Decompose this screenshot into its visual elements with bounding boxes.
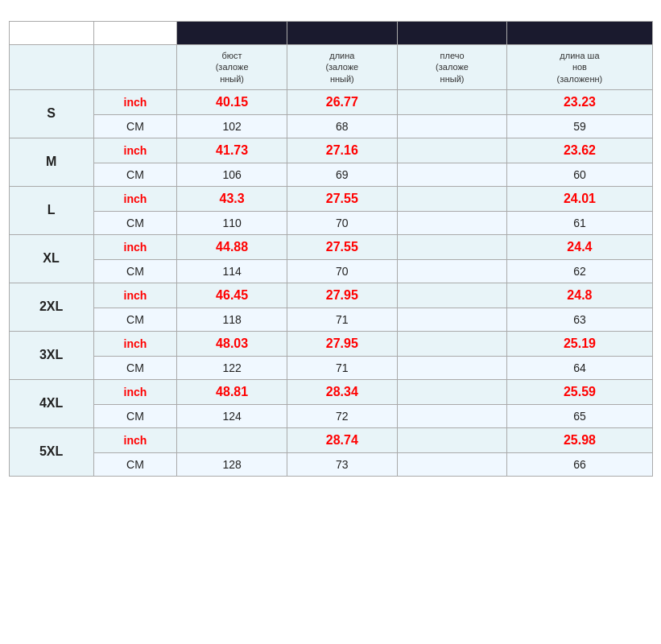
size-label-3xl: 3XL: [9, 331, 93, 379]
cm-shoulder-2xl: [397, 308, 507, 331]
cm-sleeve-l: 61: [507, 211, 652, 234]
inch-row-5xl: 5XLinch28.7425.98: [9, 427, 652, 452]
cm-metric-5xl: CM: [93, 452, 177, 476]
size-label-l: L: [9, 186, 93, 234]
russian-length: длина(заложенный): [287, 45, 397, 90]
inch-metric-3xl: inch: [93, 331, 177, 356]
inch-sleeve-xl: 24.4: [507, 234, 652, 259]
cm-sleeve-m: 60: [507, 163, 652, 186]
cm-length-4xl: 72: [287, 404, 397, 427]
cm-sleeve-s: 59: [507, 114, 652, 138]
cm-row-m: CM1066960: [9, 163, 652, 186]
inch-bust-5xl: [177, 427, 287, 452]
cm-sleeve-5xl: 66: [507, 452, 652, 476]
cm-length-l: 70: [287, 211, 397, 234]
cm-row-l: CM1107061: [9, 211, 652, 234]
inch-bust-l: 43.3: [177, 186, 287, 211]
cm-row-3xl: CM1227164: [9, 356, 652, 379]
cm-metric-l: CM: [93, 211, 177, 234]
inch-row-xl: XLinch44.8827.5524.4: [9, 234, 652, 259]
col-header-sleeve: [507, 22, 652, 45]
size-label-s: S: [9, 89, 93, 138]
size-label-5xl: 5XL: [9, 427, 93, 476]
inch-shoulder-l: [397, 186, 507, 211]
cm-row-5xl: CM1287366: [9, 452, 652, 476]
cm-length-xl: 70: [287, 259, 397, 283]
cm-row-xl: CM1147062: [9, 259, 652, 283]
cm-shoulder-m: [397, 163, 507, 186]
cm-bust-3xl: 122: [177, 356, 287, 379]
inch-metric-4xl: inch: [93, 379, 177, 404]
inch-row-4xl: 4XLinch48.8128.3425.59: [9, 379, 652, 404]
inch-sleeve-l: 24.01: [507, 186, 652, 211]
col-header-length: [287, 22, 397, 45]
inch-row-2xl: 2XLinch46.4527.9524.8: [9, 283, 652, 308]
cm-bust-l: 110: [177, 211, 287, 234]
inch-metric-2xl: inch: [93, 283, 177, 308]
inch-shoulder-2xl: [397, 283, 507, 308]
size-label-4xl: 4XL: [9, 379, 93, 427]
inch-bust-xl: 44.88: [177, 234, 287, 259]
cm-metric-m: CM: [93, 163, 177, 186]
russian-size-cell: [9, 45, 93, 90]
cm-sleeve-3xl: 64: [507, 356, 652, 379]
cm-bust-5xl: 128: [177, 452, 287, 476]
size-label-xl: XL: [9, 234, 93, 283]
inch-shoulder-3xl: [397, 331, 507, 356]
title-section: [9, 8, 653, 21]
inch-metric-l: inch: [93, 186, 177, 211]
cm-bust-2xl: 118: [177, 308, 287, 331]
inch-length-s: 26.77: [287, 89, 397, 114]
col-header-size: [9, 22, 93, 45]
inch-bust-3xl: 48.03: [177, 331, 287, 356]
cm-shoulder-4xl: [397, 404, 507, 427]
inch-bust-s: 40.15: [177, 89, 287, 114]
inch-row-s: Sinch40.1526.7723.23: [9, 89, 652, 114]
cm-length-s: 68: [287, 114, 397, 138]
cm-bust-m: 106: [177, 163, 287, 186]
cm-metric-2xl: CM: [93, 308, 177, 331]
cm-length-3xl: 71: [287, 356, 397, 379]
cm-length-5xl: 73: [287, 452, 397, 476]
inch-row-3xl: 3XLinch48.0327.9525.19: [9, 331, 652, 356]
inch-sleeve-s: 23.23: [507, 89, 652, 114]
inch-length-xl: 27.55: [287, 234, 397, 259]
inch-shoulder-s: [397, 89, 507, 114]
inch-shoulder-5xl: [397, 427, 507, 452]
russian-sleeve: длина шанов(заложенн): [507, 45, 652, 90]
size-chart-container: бюст(заложенный) длина(заложенный) плечо…: [9, 8, 653, 477]
inch-length-l: 27.55: [287, 186, 397, 211]
inch-bust-4xl: 48.81: [177, 379, 287, 404]
col-header-metric: [93, 22, 177, 45]
cm-row-2xl: CM1187163: [9, 308, 652, 331]
col-header-bust: [177, 22, 287, 45]
russian-header-row: бюст(заложенный) длина(заложенный) плечо…: [9, 45, 652, 90]
cm-metric-s: CM: [93, 114, 177, 138]
inch-shoulder-m: [397, 138, 507, 163]
cm-row-s: CM1026859: [9, 114, 652, 138]
inch-row-m: Minch41.7327.1623.62: [9, 138, 652, 163]
cm-length-m: 69: [287, 163, 397, 186]
size-label-m: M: [9, 138, 93, 186]
cm-metric-4xl: CM: [93, 404, 177, 427]
inch-length-4xl: 28.34: [287, 379, 397, 404]
inch-metric-s: inch: [93, 89, 177, 114]
cm-row-4xl: CM1247265: [9, 404, 652, 427]
inch-length-m: 27.16: [287, 138, 397, 163]
size-label-2xl: 2XL: [9, 283, 93, 331]
cm-sleeve-4xl: 65: [507, 404, 652, 427]
cm-shoulder-l: [397, 211, 507, 234]
russian-bust: бюст(заложенный): [177, 45, 287, 90]
inch-sleeve-2xl: 24.8: [507, 283, 652, 308]
inch-sleeve-3xl: 25.19: [507, 331, 652, 356]
inch-metric-m: inch: [93, 138, 177, 163]
russian-metric-cell: [93, 45, 177, 90]
inch-shoulder-4xl: [397, 379, 507, 404]
cm-shoulder-3xl: [397, 356, 507, 379]
inch-metric-xl: inch: [93, 234, 177, 259]
inch-length-5xl: 28.74: [287, 427, 397, 452]
cm-metric-3xl: CM: [93, 356, 177, 379]
cm-shoulder-5xl: [397, 452, 507, 476]
inch-row-l: Linch43.327.5524.01: [9, 186, 652, 211]
cm-bust-xl: 114: [177, 259, 287, 283]
